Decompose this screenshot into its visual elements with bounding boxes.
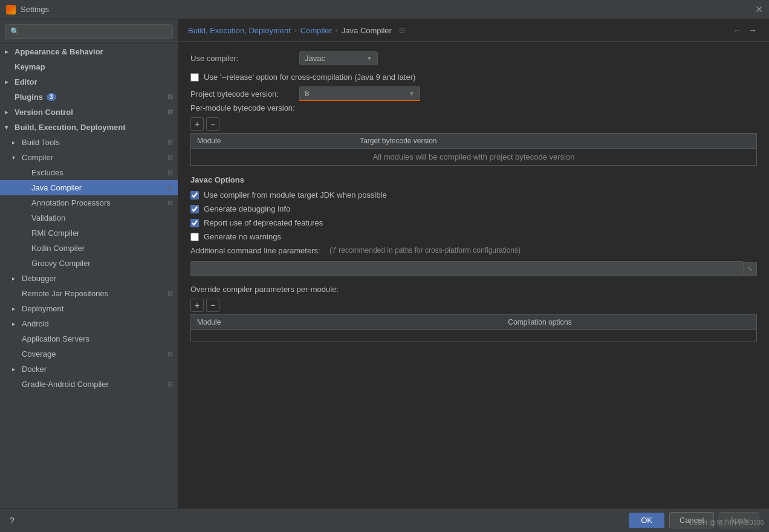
sidebar-item-keymap[interactable]: Keymap bbox=[0, 59, 178, 74]
sidebar-item-version-control[interactable]: ▸Version Control⊞ bbox=[0, 105, 178, 120]
remove-module-button[interactable]: − bbox=[206, 117, 219, 131]
nav-back-arrow[interactable]: ← bbox=[730, 25, 744, 35]
arrow-icon: ▾ bbox=[12, 154, 19, 161]
sidebar-item-rmi-compiler[interactable]: RMI Compiler bbox=[0, 225, 178, 241]
watermark: CSDN @努力的小白0305 bbox=[689, 518, 764, 527]
sidebar-item-annotation-processors[interactable]: Annotation Processors⊞ bbox=[0, 195, 178, 210]
sidebar-item-label: Android bbox=[22, 319, 49, 328]
module-col-header: Module bbox=[191, 134, 354, 149]
sidebar-item-excludes[interactable]: Excludes⊞ bbox=[0, 165, 178, 180]
sidebar-item-debugger[interactable]: ▸Debugger bbox=[0, 271, 178, 286]
breadcrumb-settings-icon: ⊟ bbox=[399, 26, 405, 34]
sidebar-item-appearance[interactable]: ▸Appearance & Behavior bbox=[0, 44, 178, 59]
sidebar-item-label: Annotation Processors bbox=[31, 198, 111, 207]
no-warnings-checkbox[interactable] bbox=[190, 233, 199, 241]
gear-icon: ⊞ bbox=[167, 169, 173, 177]
debug-info-checkbox[interactable] bbox=[190, 205, 199, 213]
breadcrumb-build[interactable]: Build, Execution, Deployment bbox=[188, 26, 291, 35]
javac-options-checks: Use compiler from module target JDK when… bbox=[190, 190, 757, 241]
sidebar-item-label: Excludes bbox=[31, 168, 63, 177]
add-module-button[interactable]: + bbox=[190, 117, 204, 131]
sidebar-item-remote-jar[interactable]: Remote Jar Repositories⊞ bbox=[0, 286, 178, 301]
sidebar-item-deployment[interactable]: ▸Deployment bbox=[0, 301, 178, 316]
deprecated-features-label: Report use of deprecated features bbox=[204, 218, 323, 227]
use-release-checkbox[interactable] bbox=[190, 73, 199, 82]
use-release-row: Use '--release' option for cross-compila… bbox=[190, 73, 757, 82]
arrow-icon: ▸ bbox=[12, 139, 19, 146]
override-table: Module Compilation options bbox=[190, 314, 757, 342]
sidebar-item-label: Remote Jar Repositories bbox=[22, 289, 108, 298]
use-compiler-dropdown[interactable]: Javac ▼ bbox=[299, 51, 378, 65]
module-table: Module Target bytecode version All modul… bbox=[190, 133, 757, 166]
app-icon bbox=[6, 5, 16, 15]
use-release-label: Use '--release' option for cross-compila… bbox=[204, 73, 415, 82]
help-button[interactable]: ? bbox=[10, 516, 15, 525]
main-layout: ▸Appearance & BehaviorKeymap▸EditorPlugi… bbox=[0, 19, 769, 508]
form-content: Use compiler: Javac ▼ Use '--release' op… bbox=[178, 42, 769, 508]
sidebar-item-coverage[interactable]: Coverage⊞ bbox=[0, 346, 178, 362]
use-compiler-value: Javac bbox=[305, 54, 362, 63]
sidebar-item-label: Keymap bbox=[15, 62, 45, 71]
add-override-button[interactable]: + bbox=[190, 299, 204, 312]
bytecode-dropdown[interactable]: 8 ▼ bbox=[299, 86, 420, 101]
sidebar-item-kotlin-compiler[interactable]: Kotlin Compiler bbox=[0, 241, 178, 256]
gear-icon: ⊞ bbox=[167, 108, 173, 116]
use-compiler-module-checkbox[interactable] bbox=[190, 191, 199, 199]
sidebar-item-label: Version Control bbox=[15, 108, 73, 117]
title-bar-left: Settings bbox=[6, 5, 49, 15]
deprecated-features-checkbox[interactable] bbox=[190, 219, 199, 227]
sidebar-item-label: Application Servers bbox=[22, 334, 89, 343]
sidebar-item-java-compiler[interactable]: Java Compiler⊞ bbox=[0, 180, 178, 195]
arrow-icon: ▸ bbox=[12, 366, 19, 372]
cmd-params-row: Additional command line parameters: ('/'… bbox=[190, 246, 757, 255]
override-label: Override compiler parameters per-module: bbox=[190, 285, 757, 294]
override-module-col: Module bbox=[191, 315, 502, 330]
sidebar-item-editor[interactable]: ▸Editor bbox=[0, 74, 178, 89]
cmd-hint: ('/' recommended in paths for cross-plat… bbox=[329, 246, 757, 255]
gear-icon: ⊞ bbox=[167, 184, 173, 192]
cmd-input[interactable] bbox=[190, 261, 744, 276]
sidebar: ▸Appearance & BehaviorKeymap▸EditorPlugi… bbox=[0, 19, 178, 508]
bottom-bar: ? OK Cancel Apply bbox=[0, 508, 769, 532]
breadcrumb-compiler[interactable]: Compiler bbox=[300, 26, 332, 35]
target-bytecode-col-header: Target bytecode version bbox=[354, 134, 756, 149]
sidebar-item-app-servers[interactable]: Application Servers bbox=[0, 331, 178, 346]
chevron-down-icon: ▼ bbox=[366, 55, 372, 62]
per-module-label: Per-module bytecode version: bbox=[190, 103, 757, 112]
use-compiler-module-label: Use compiler from module target JDK when… bbox=[204, 190, 387, 199]
gear-icon: ⊞ bbox=[167, 350, 173, 358]
expand-cmd-button[interactable]: ⤡ bbox=[744, 262, 757, 276]
gear-icon: ⊞ bbox=[167, 154, 173, 161]
sidebar-item-build-execution[interactable]: ▾Build, Execution, Deployment bbox=[0, 120, 178, 135]
badge: 3 bbox=[47, 93, 56, 101]
gear-icon: ⊞ bbox=[167, 380, 173, 388]
override-compile-col: Compilation options bbox=[502, 315, 756, 330]
sidebar-item-gradle-android[interactable]: Gradle-Android Compiler⊞ bbox=[0, 377, 178, 392]
debug-info-label: Generate debugging info bbox=[204, 204, 290, 213]
bytecode-value: 8 bbox=[305, 89, 404, 98]
sidebar-item-label: Deployment bbox=[22, 304, 63, 313]
ok-button[interactable]: OK bbox=[629, 513, 664, 528]
remove-override-button[interactable]: − bbox=[206, 299, 219, 312]
search-input[interactable] bbox=[5, 24, 173, 39]
gear-icon: ⊞ bbox=[167, 199, 173, 207]
close-button[interactable]: ✕ bbox=[755, 4, 763, 15]
sidebar-item-label: Validation bbox=[31, 213, 65, 222]
sidebar-item-label: Groovy Compiler bbox=[31, 259, 91, 268]
nav-forward-arrow[interactable]: → bbox=[746, 25, 759, 35]
sidebar-item-build-tools[interactable]: ▸Build Tools⊞ bbox=[0, 135, 178, 150]
sidebar-item-compiler[interactable]: ▾Compiler⊞ bbox=[0, 150, 178, 165]
sidebar-item-android[interactable]: ▸Android bbox=[0, 316, 178, 331]
sidebar-item-label: Plugins bbox=[15, 92, 43, 102]
content-area: Build, Execution, Deployment › Compiler … bbox=[178, 19, 769, 508]
sidebar-item-label: Java Compiler bbox=[31, 183, 82, 192]
sidebar-item-label: Debugger bbox=[22, 274, 56, 283]
sidebar-item-label: Docker bbox=[22, 365, 47, 374]
sidebar-item-validation[interactable]: Validation bbox=[0, 210, 178, 225]
breadcrumb-sep-2: › bbox=[336, 26, 338, 34]
sidebar-item-groovy-compiler[interactable]: Groovy Compiler bbox=[0, 256, 178, 271]
breadcrumb-sep-1: › bbox=[294, 26, 297, 34]
sidebar-item-plugins[interactable]: Plugins3⊞ bbox=[0, 89, 178, 105]
cmd-label: Additional command line parameters: bbox=[190, 246, 323, 255]
sidebar-item-docker[interactable]: ▸Docker bbox=[0, 362, 178, 377]
